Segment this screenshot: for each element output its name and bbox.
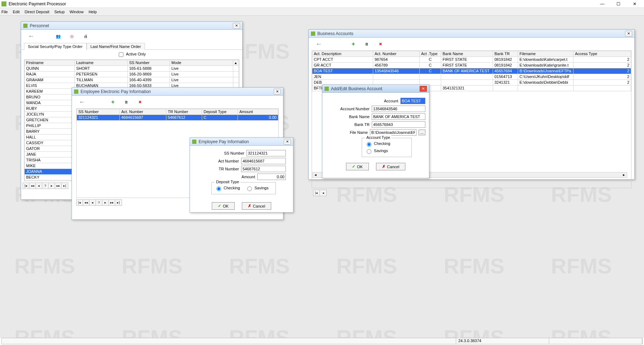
- delete-icon[interactable]: ✖: [377, 40, 384, 48]
- eepi-nav[interactable]: |◂◂◂◂?▸▸▸▸|: [76, 199, 122, 206]
- personnel-close[interactable]: ✕: [233, 23, 240, 29]
- check-icon: ✓: [218, 204, 221, 208]
- col-bank-name[interactable]: Bank Name: [441, 51, 493, 57]
- col-act-num[interactable]: Act. Number: [373, 51, 420, 57]
- menu-window[interactable]: Window: [70, 10, 84, 14]
- col-amount[interactable]: Amount: [238, 109, 278, 115]
- tab-ss-paytype[interactable]: Social Security/Pay Type Order: [24, 43, 87, 50]
- table-row[interactable]: BOA TEST13546843546CBANK OF AMERICA TEST…: [312, 68, 631, 74]
- scroll-up[interactable]: ▴: [233, 60, 239, 66]
- epi-title: Employee Pay Information: [199, 139, 282, 144]
- browse-button[interactable]: ...: [419, 130, 425, 135]
- ok-button[interactable]: ✓OK: [212, 202, 235, 210]
- copy-icon[interactable]: 🗎: [363, 40, 370, 48]
- back-icon[interactable]: ←: [28, 33, 35, 40]
- account-input[interactable]: [400, 98, 425, 104]
- active-only-check[interactable]: Active Only: [117, 52, 146, 56]
- scroll-right[interactable]: ▸: [621, 172, 627, 178]
- deposit-checking[interactable]: Checking: [215, 186, 240, 190]
- add-icon[interactable]: ✚: [109, 98, 116, 106]
- eepi-close[interactable]: ✕: [274, 89, 281, 94]
- nav-fwd[interactable]: ▸: [49, 183, 55, 189]
- table-row[interactable]: CPT ACCT987654CFIRST STATE08191842E:\dow…: [312, 57, 631, 63]
- back-icon[interactable]: ←: [78, 98, 86, 106]
- nav-last[interactable]: ▸|: [62, 183, 68, 189]
- file-name-input[interactable]: [370, 129, 416, 136]
- bank-name-input[interactable]: [372, 113, 425, 120]
- ba-nav[interactable]: |◂◂: [313, 190, 327, 196]
- table-row[interactable]: QUINNSHORT165-61-5888Live: [25, 66, 239, 72]
- app-icon: [1, 1, 6, 6]
- account-label: Account: [362, 99, 398, 103]
- cancel-button[interactable]: ✗Cancel: [242, 202, 271, 210]
- table-row[interactable]: GRAHAMTILLMAN166-40-4399Live: [25, 77, 239, 83]
- nav-back[interactable]: ◂: [36, 183, 42, 189]
- col-firstname[interactable]: Firstname: [25, 60, 75, 66]
- personnel-nav[interactable]: |◂◂◂◂?▸▸▸▸|: [23, 183, 68, 189]
- ss-input[interactable]: [247, 150, 286, 156]
- tr-label: TR Number: [207, 167, 239, 171]
- act-input[interactable]: [241, 158, 286, 164]
- col-filename[interactable]: Filename: [518, 51, 574, 57]
- col-ssnumber[interactable]: SS Number: [128, 60, 170, 66]
- account-number-input[interactable]: [372, 106, 425, 112]
- nav-fastfwd[interactable]: ▸▸: [55, 183, 62, 189]
- aeba-close[interactable]: ✕: [420, 86, 427, 92]
- epi-dialog: Employee Pay Information✕ SS Number Act …: [190, 137, 293, 213]
- add-icon[interactable]: ✚: [350, 40, 357, 48]
- nav-first[interactable]: |◂: [23, 183, 29, 189]
- minimize-button[interactable]: —: [594, 0, 610, 8]
- col-act[interactable]: Act. Number: [120, 109, 166, 115]
- close-button[interactable]: ✕: [626, 0, 643, 8]
- col-act-desc[interactable]: Act. Description: [312, 51, 373, 57]
- check-icon: ✓: [352, 164, 355, 169]
- nav-help[interactable]: ?: [42, 183, 49, 189]
- scroll-left[interactable]: ◂: [313, 172, 318, 178]
- window-icon: [311, 31, 315, 36]
- table-row[interactable]: 321124321468461568754687612C0.00: [77, 115, 278, 121]
- col-ss[interactable]: SS Number: [77, 109, 120, 115]
- account-number-label: Account Number: [334, 107, 370, 111]
- people-icon[interactable]: 👥: [55, 33, 62, 40]
- window-icon: [325, 87, 329, 91]
- ok-button[interactable]: ✓OK: [346, 163, 369, 170]
- tab-lastname[interactable]: Last Name/First Name Order: [87, 43, 145, 50]
- ss-label: SS Number: [212, 151, 244, 155]
- col-lastname[interactable]: Lastname: [75, 60, 128, 66]
- deposit-savings[interactable]: Savings: [245, 186, 268, 190]
- amount-input[interactable]: [257, 174, 286, 180]
- bank-tr-input[interactable]: [372, 121, 425, 128]
- col-dep[interactable]: Deposit Type: [202, 109, 238, 115]
- col-bank-tr[interactable]: Bank TR: [493, 51, 518, 57]
- table-row[interactable]: JEN01564713C:\Users\JKuhn\Desktop\ddf2: [312, 74, 631, 80]
- menu-help[interactable]: Help: [89, 10, 97, 14]
- delete-icon[interactable]: ✖: [136, 98, 143, 106]
- menu-direct-deposit[interactable]: Direct Deposit: [25, 10, 49, 14]
- maximize-button[interactable]: ☐: [610, 0, 626, 8]
- personnel-title: Personnel: [30, 23, 231, 28]
- back-icon[interactable]: ←: [315, 40, 322, 48]
- menu-edit[interactable]: Edit: [13, 10, 20, 14]
- col-mode[interactable]: Mode: [170, 60, 233, 66]
- window-icon: [74, 89, 78, 94]
- account-type-savings[interactable]: Savings: [365, 149, 388, 153]
- target-icon[interactable]: ◎: [68, 33, 75, 40]
- epi-close[interactable]: ✕: [284, 139, 291, 145]
- col-tr[interactable]: TR Number: [166, 109, 202, 115]
- print-icon[interactable]: 🖨: [82, 33, 89, 40]
- eepi-grid[interactable]: SS Number Act. Number TR Number Deposit …: [77, 109, 278, 121]
- menu-file[interactable]: File: [1, 10, 8, 14]
- cancel-button[interactable]: ✗Cancel: [376, 163, 405, 170]
- account-type-checking[interactable]: Checking: [365, 141, 390, 146]
- table-row[interactable]: RAJAPETERSEN166-20-9869Live: [25, 72, 239, 77]
- app-title: Electronic Payment Processor: [9, 1, 594, 6]
- deposit-type-legend: Deposit Type: [215, 180, 240, 184]
- col-act-type[interactable]: Act .Type: [420, 51, 441, 57]
- table-row[interactable]: GR ACCT456789CFIRST STATE08191842E:\down…: [312, 63, 631, 68]
- col-access-type[interactable]: Access Type: [574, 51, 631, 57]
- nav-fastback[interactable]: ◂◂: [29, 183, 36, 189]
- tr-input[interactable]: [241, 166, 286, 172]
- menu-setup[interactable]: Setup: [54, 10, 65, 14]
- copy-icon[interactable]: 🗎: [123, 98, 130, 106]
- ba-close[interactable]: ✕: [625, 31, 632, 37]
